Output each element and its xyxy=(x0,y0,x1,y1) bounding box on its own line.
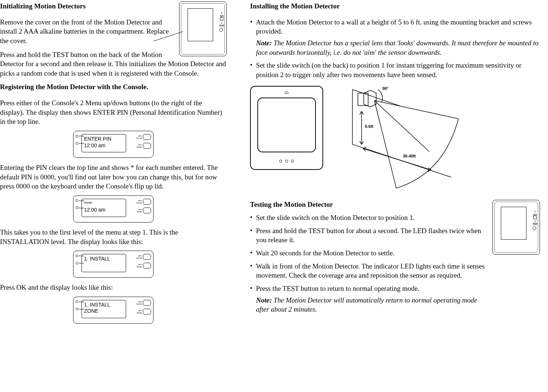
para-reg-1: Press either of the Console's 2 Menu up/… xyxy=(0,98,227,126)
test-bullet-1: Set the slide switch on the Motion Detec… xyxy=(250,213,486,222)
para-reg-4: Press OK and the display looks like this… xyxy=(0,283,227,292)
coverage-range-label: 30-40ft xyxy=(403,153,416,159)
test-bullet-4: Walk in front of the Motion Detector. Th… xyxy=(250,262,486,280)
console-diagram-4: armed power 1. INSTALL ZONE armhome arma… xyxy=(0,297,227,324)
detector-led-icon xyxy=(285,92,288,94)
install-note-1: Note: The Motion Detector has a special … xyxy=(256,38,544,57)
test-note: Note: The Motion Detector will automatic… xyxy=(256,296,486,314)
arm-away-button-icon xyxy=(143,143,151,149)
coverage-height-label: 5-6ft xyxy=(365,124,373,129)
test-bullet-3: Wait 20 seconds for the Motion Detector … xyxy=(250,248,486,258)
svg-line-2 xyxy=(363,149,431,170)
install-bullet-2: Set the slide switch (on the back) to po… xyxy=(250,61,544,79)
detector-back-diagram-test: 1 2 test xyxy=(492,200,540,255)
test-label: test xyxy=(220,24,224,27)
heading-registering: Registering the Motion Detector with the… xyxy=(0,82,227,92)
console-diagram-2: armed power **** 12:00 am armhome armawa… xyxy=(0,195,227,222)
detector-lens-icon xyxy=(257,98,316,152)
detector-front-diagram xyxy=(250,86,323,170)
test-button-icon xyxy=(219,28,223,32)
console-diagram-1: armed power ENTER PIN 12:00 am armhome a… xyxy=(0,131,227,158)
console-lcd: ENTER PIN 12:00 am xyxy=(82,134,126,152)
svg-rect-0 xyxy=(358,93,368,106)
slide-switch-icon: 1 2 xyxy=(220,11,223,25)
heading-testing: Testing the Motion Detector xyxy=(250,200,486,209)
install-bullet-1: Attach the Motion Detector to a wall at … xyxy=(250,18,544,57)
test-bullet-2: Press and hold the TEST button for about… xyxy=(250,226,486,245)
test-bullet-5: Press the TEST button to return to norma… xyxy=(250,284,486,314)
arm-home-button-icon xyxy=(143,134,151,140)
para-reg-2: Entering the PIN clears the top line and… xyxy=(0,163,227,191)
heading-installing: Installing the Motion Detector xyxy=(250,1,544,11)
coverage-diagram: 90° 5-6ft 30-40ft xyxy=(341,86,462,192)
detector-back-diagram-top: 1 2 test xyxy=(179,1,227,56)
slide-switch-icon: 1 2 xyxy=(533,210,537,223)
para-reg-3: This takes you to the first level of the… xyxy=(0,228,227,246)
coverage-angle-label: 90° xyxy=(382,86,389,91)
console-diagram-3: armed power 1. INSTALL armhome armaway xyxy=(0,251,227,278)
